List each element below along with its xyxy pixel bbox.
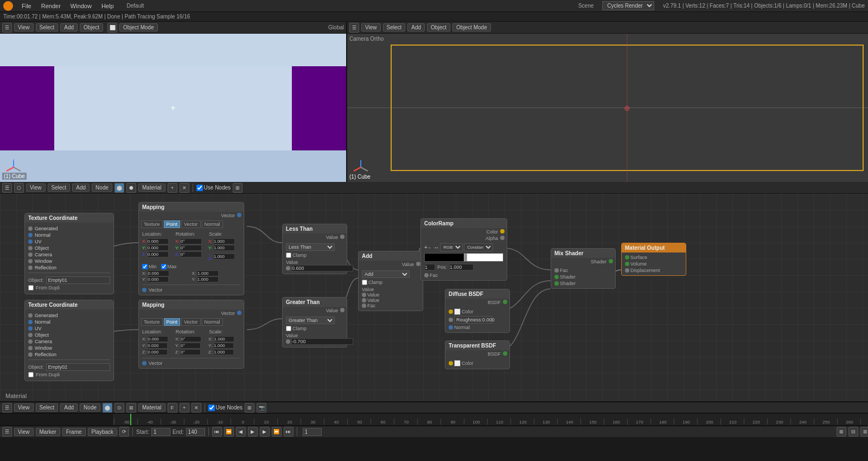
help-menu[interactable]: Help bbox=[97, 2, 118, 10]
color-ramp-pos-input[interactable] bbox=[449, 264, 474, 270]
tc2-from-dupli[interactable] bbox=[28, 372, 34, 377]
next-keyframe-btn[interactable]: ⏩ bbox=[272, 427, 282, 437]
less-than-node[interactable]: Less Than Value Less Than Clamp Val bbox=[282, 224, 347, 274]
mapping1-loc-x[interactable] bbox=[147, 238, 169, 244]
step-back-btn[interactable]: ◀ bbox=[236, 427, 246, 437]
transparent-color-swatch[interactable] bbox=[454, 360, 461, 367]
mapping1-tab-normal[interactable]: Normal bbox=[202, 220, 223, 228]
render-canvas[interactable]: + (1) Cube Z bbox=[0, 34, 346, 182]
use-nodes-checkbox[interactable] bbox=[196, 185, 203, 191]
render-add-menu[interactable]: Add bbox=[60, 23, 78, 31]
3d-object-menu[interactable]: Object bbox=[427, 23, 450, 31]
3d-add-menu[interactable]: Add bbox=[407, 23, 425, 31]
jump-start-btn[interactable]: ⏮ bbox=[212, 427, 222, 437]
material-output-node[interactable]: Material Output Surface Volume Displa bbox=[621, 243, 686, 276]
bottom-use-nodes[interactable]: Use Nodes bbox=[208, 405, 242, 411]
mapping2-loc-x-input[interactable] bbox=[148, 336, 168, 342]
bottom-use-nodes-cb[interactable] bbox=[208, 405, 215, 411]
render-object-menu[interactable]: Object bbox=[80, 23, 103, 31]
mapping1-tab-point[interactable]: Point bbox=[164, 220, 181, 228]
color-ramp-handle[interactable] bbox=[464, 254, 467, 261]
add-clamp[interactable] bbox=[362, 280, 367, 285]
file-menu[interactable]: File bbox=[17, 2, 36, 10]
transparent-bsdf-node[interactable]: Transparent BSDF BSDF Color bbox=[445, 340, 510, 369]
render-select-menu[interactable]: Select bbox=[36, 23, 59, 31]
render-engine-select[interactable]: Cycles Render bbox=[602, 1, 654, 10]
mapping1-min-checkbox[interactable] bbox=[142, 264, 148, 269]
timeline-view-menu[interactable]: View bbox=[14, 428, 34, 436]
mapping1-max-y[interactable] bbox=[197, 276, 219, 282]
mapping2-scale-z-input[interactable] bbox=[213, 349, 234, 355]
step-fwd-btn[interactable]: ▶ bbox=[260, 427, 270, 437]
tc-from-dupli-1[interactable] bbox=[28, 285, 34, 291]
greater-than-clamp[interactable] bbox=[286, 326, 291, 331]
timeline-view-btn[interactable]: ☰ bbox=[2, 427, 12, 437]
current-frame-input[interactable]: 1 bbox=[303, 428, 322, 436]
mix-shader-node[interactable]: Mix Shader Shader Fac Shader bbox=[551, 248, 616, 289]
mapping1-scale-x[interactable] bbox=[213, 238, 235, 244]
bottom-x-btn[interactable]: ✕ bbox=[192, 403, 201, 413]
render-view-btn[interactable]: ☰ bbox=[2, 23, 12, 33]
mapping2-rot-x-input[interactable] bbox=[181, 336, 201, 342]
node-new-btn[interactable]: + bbox=[168, 183, 177, 193]
start-frame-input[interactable]: 1 bbox=[151, 428, 170, 436]
color-ramp-interp-select[interactable]: Constan bbox=[464, 243, 493, 251]
node-snap-btn[interactable]: ⊞ bbox=[233, 183, 242, 193]
color-ramp-add-btn[interactable]: + bbox=[424, 244, 427, 250]
mapping2-rot-y-input[interactable] bbox=[180, 343, 201, 349]
mapping2-tab-texture[interactable]: Texture bbox=[141, 318, 163, 326]
add-type-select[interactable]: Add bbox=[362, 270, 410, 278]
tc2-object-value[interactable]: Empty02 bbox=[46, 363, 110, 371]
color-ramp-stop-num[interactable] bbox=[424, 264, 435, 270]
bottom-mat-icon[interactable]: ⬤ bbox=[103, 403, 112, 413]
mapping2-tab-point[interactable]: Point bbox=[164, 318, 181, 326]
prev-keyframe-btn[interactable]: ⏪ bbox=[224, 427, 234, 437]
node-material-icon[interactable]: ⬤ bbox=[114, 183, 124, 193]
mapping1-min-label[interactable]: Min bbox=[142, 264, 157, 269]
3d-select-menu[interactable]: Select bbox=[383, 23, 406, 31]
mapping1-max-label[interactable]: Max bbox=[161, 264, 177, 269]
render-mode-btn[interactable]: ⬜ bbox=[107, 23, 117, 33]
mapping-node-2[interactable]: Mapping Vector Texture Point Vector Norm… bbox=[138, 300, 244, 369]
diffuse-roughness-value[interactable]: Roughness:0.000 bbox=[454, 316, 492, 324]
texture-coord-node-1[interactable]: Texture Coordinate Generated Normal UV O… bbox=[24, 213, 114, 294]
color-ramp-node[interactable]: ColorRamp Color Alpha + - ↔ bbox=[420, 218, 507, 281]
mapping2-loc-y-input[interactable] bbox=[147, 343, 168, 349]
timeline-frame-menu[interactable]: Frame bbox=[62, 428, 86, 436]
mapping1-min-y[interactable] bbox=[147, 276, 169, 282]
bottom-material-select[interactable]: Material bbox=[138, 403, 165, 412]
3d-view-menu[interactable]: View bbox=[361, 23, 381, 31]
3d-object-mode-btn[interactable]: Object Mode bbox=[452, 23, 491, 31]
bottom-pin-btn[interactable]: F bbox=[168, 403, 177, 413]
jump-end-btn[interactable]: ⏭ bbox=[284, 427, 293, 437]
bottom-node-menu[interactable]: Node bbox=[80, 403, 100, 412]
mapping1-min-x[interactable] bbox=[148, 270, 169, 276]
mapping2-rot-z-input[interactable] bbox=[180, 349, 201, 355]
bottom-sphere-btn[interactable]: ⊙ bbox=[114, 403, 124, 413]
use-nodes-label[interactable]: Use Nodes bbox=[196, 185, 231, 191]
node-select-menu[interactable]: Select bbox=[48, 184, 71, 192]
sync-icon-1[interactable]: ⊞ bbox=[837, 427, 846, 437]
render-object-mode-btn[interactable]: Object Mode bbox=[119, 23, 158, 31]
node-group-icon[interactable]: ⬢ bbox=[126, 183, 136, 193]
mapping-node-1[interactable]: Mapping Vector Texture Point Vector Norm… bbox=[138, 202, 244, 295]
node-canvas[interactable]: Texture Coordinate Generated Normal UV O… bbox=[0, 194, 868, 401]
bottom-view-menu[interactable]: View bbox=[14, 403, 34, 412]
bottom-plus-btn[interactable]: + bbox=[180, 403, 189, 413]
tc-object-value-1[interactable]: Empty01 bbox=[46, 276, 110, 284]
mapping1-loc-y[interactable] bbox=[147, 245, 169, 251]
timeline-playback-menu[interactable]: Playback bbox=[88, 428, 118, 436]
bottom-view-btn[interactable]: ☰ bbox=[2, 403, 12, 413]
color-ramp-mode-select[interactable]: RGB bbox=[440, 243, 463, 251]
window-menu[interactable]: Window bbox=[66, 2, 96, 10]
node-node-menu[interactable]: Node bbox=[92, 184, 112, 192]
mapping1-rot-y[interactable] bbox=[180, 245, 202, 251]
mapping1-max-checkbox[interactable] bbox=[161, 264, 167, 269]
add-node[interactable]: Add Value Add Clamp Value bbox=[358, 251, 423, 311]
mapping1-rot-x[interactable] bbox=[180, 238, 202, 244]
render-menu[interactable]: Render bbox=[37, 2, 65, 10]
node-view-menu[interactable]: View bbox=[26, 184, 46, 192]
color-ramp-flip-btn[interactable]: ↔ bbox=[433, 244, 439, 250]
texture-coord-node-2[interactable]: Texture Coordinate Generated Normal UV O… bbox=[24, 300, 114, 381]
node-add-menu[interactable]: Add bbox=[72, 184, 90, 192]
